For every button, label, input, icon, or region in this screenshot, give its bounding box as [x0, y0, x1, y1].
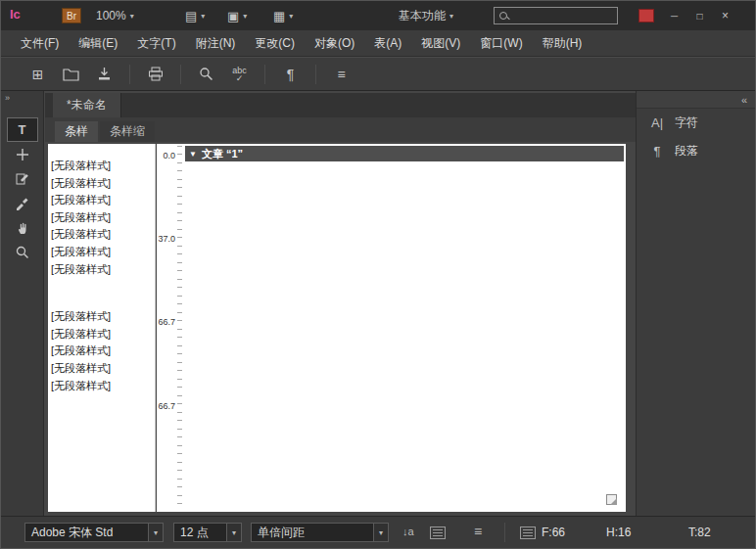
- leading-dropdown[interactable]: 单倍间距 ▾: [251, 523, 389, 542]
- note-tool[interactable]: [8, 167, 37, 190]
- line-count-icon: [520, 526, 536, 539]
- menu-edit[interactable]: 编辑(E): [69, 30, 127, 57]
- arrange-documents-icon: ▦: [273, 9, 285, 23]
- style-row[interactable]: [无段落样式]: [48, 244, 155, 261]
- page-curl-icon: [606, 494, 617, 505]
- style-row[interactable]: [无段落样式]: [48, 360, 155, 378]
- font-family-dropdown[interactable]: Adobe 宋体 Std ▾: [24, 523, 164, 542]
- menu-type[interactable]: 文字(T): [127, 30, 185, 57]
- view-options-dropdown[interactable]: ▤ ▾: [185, 1, 205, 30]
- type-tool[interactable]: T: [8, 118, 37, 141]
- menu-window[interactable]: 窗口(W): [470, 30, 532, 57]
- red-window-badge[interactable]: [638, 9, 654, 23]
- story-header[interactable]: ▼ 文章 “1”: [185, 146, 624, 161]
- panel-label: 段落: [675, 143, 698, 160]
- maximize-button[interactable]: □: [688, 8, 711, 23]
- leading-value: 单倍间距: [252, 525, 373, 541]
- story-title: 文章 “1”: [202, 147, 243, 161]
- style-row[interactable]: [无段落样式]: [48, 226, 155, 244]
- document-area: *未命名 条样 条样缩 [无段落样式] [无段落样式] [无段落样式] [无段落…: [45, 91, 638, 516]
- style-row[interactable]: [无段落样式]: [48, 308, 155, 326]
- screen-mode-dropdown[interactable]: ▣ ▾: [227, 1, 247, 30]
- style-row[interactable]: [无段落样式]: [48, 192, 155, 209]
- search-box[interactable]: [494, 7, 618, 24]
- grabber-tool[interactable]: [8, 143, 37, 165]
- chevron-down-icon: ▾: [130, 12, 134, 21]
- style-row[interactable]: [无段落样式]: [48, 175, 155, 193]
- menu-table[interactable]: 表(A): [364, 30, 411, 57]
- toolbar-separator: [315, 65, 316, 84]
- statusbar-separator: [504, 523, 505, 542]
- panel-label: 字符: [675, 114, 698, 131]
- galley-info-icon[interactable]: [430, 526, 446, 539]
- tools-panel: » T: [1, 91, 44, 516]
- toolbar-separator: [180, 65, 181, 84]
- style-row[interactable]: [无段落样式]: [48, 158, 155, 175]
- view-options-icon: ▤: [185, 9, 197, 23]
- statusbar-menu-icon[interactable]: ≡: [474, 524, 482, 539]
- text-direction-icon[interactable]: ↓a: [402, 526, 414, 537]
- find-button[interactable]: [195, 63, 217, 86]
- spell-check-button[interactable]: abc ✓: [228, 63, 251, 86]
- menubar: 文件(F) 编辑(E) 文字(T) 附注(N) 更改(C) 对象(O) 表(A)…: [1, 30, 755, 57]
- galley-view: [无段落样式] [无段落样式] [无段落样式] [无段落样式] [无段落样式] …: [48, 144, 626, 512]
- menu-view[interactable]: 视图(V): [411, 30, 470, 57]
- workspace-switcher[interactable]: 基本功能 ▾: [399, 1, 453, 30]
- toolbar-menu-button[interactable]: ≡: [330, 63, 353, 86]
- menu-changes[interactable]: 更改(C): [245, 30, 305, 57]
- bridge-button[interactable]: Br: [62, 8, 81, 23]
- show-hidden-characters-button[interactable]: ¶: [279, 63, 302, 86]
- save-button[interactable]: [93, 63, 116, 86]
- style-row[interactable]: [无段落样式]: [48, 343, 155, 360]
- ruler-mark: 37.0: [158, 234, 175, 244]
- zoom-level-dropdown[interactable]: 100% ▾: [96, 1, 134, 30]
- type-tool-icon: T: [19, 122, 26, 137]
- collapse-triangle-icon[interactable]: ▼: [189, 150, 197, 159]
- menu-notes[interactable]: 附注(N): [186, 30, 246, 57]
- style-row[interactable]: [无段落样式]: [48, 326, 155, 343]
- chevron-down-icon: ▾: [243, 12, 247, 21]
- print-button[interactable]: [144, 63, 166, 86]
- search-icon: [499, 12, 507, 20]
- minimize-button[interactable]: ─: [663, 8, 685, 23]
- style-row[interactable]: [无段落样式]: [48, 209, 155, 227]
- galley-panel-tabs: 条样 条样缩: [45, 117, 638, 142]
- font-size-dropdown[interactable]: 12 点 ▾: [173, 523, 242, 542]
- font-size-value: 12 点: [174, 525, 226, 541]
- counter-f: F:66: [542, 526, 565, 539]
- chevron-down-icon: ▾: [449, 12, 453, 21]
- menu-object[interactable]: 对象(O): [305, 30, 364, 57]
- collapse-panels-icon[interactable]: «: [741, 94, 747, 106]
- tab-styles[interactable]: 条样: [55, 121, 98, 142]
- note-icon: [15, 171, 29, 186]
- style-row[interactable]: [无段落样式]: [48, 378, 155, 395]
- new-document-button[interactable]: ⊞: [26, 63, 49, 86]
- document-tab-untitled[interactable]: *未命名: [53, 93, 121, 117]
- chevron-down-icon: ▾: [148, 524, 163, 541]
- expand-tools-icon[interactable]: »: [1, 91, 43, 105]
- style-row[interactable]: [无段落样式]: [48, 261, 155, 279]
- ruler-ticks: [177, 146, 182, 510]
- menu-help[interactable]: 帮助(H): [533, 30, 592, 57]
- tab-styles-2[interactable]: 条样缩: [100, 121, 155, 142]
- hand-icon: [16, 220, 29, 235]
- open-button[interactable]: [60, 63, 82, 86]
- incopy-logo: Ic: [10, 7, 31, 24]
- menu-file[interactable]: 文件(F): [11, 30, 69, 57]
- story-editor[interactable]: ▼ 文章 “1”: [183, 144, 626, 512]
- chevron-down-icon: ▾: [289, 12, 293, 21]
- folder-icon: [63, 68, 79, 81]
- hand-tool[interactable]: [8, 216, 37, 239]
- arrange-documents-dropdown[interactable]: ▦ ▾: [273, 1, 293, 30]
- panel-item-character[interactable]: A| 字符: [637, 109, 755, 137]
- depth-ruler: 0.0 37.0 66.7 66.7: [157, 144, 183, 512]
- statusbar: Adobe 宋体 Std ▾ 12 点 ▾ 单倍间距 ▾ ↓a ≡ F:66 H…: [1, 516, 755, 548]
- zoom-tool[interactable]: [8, 241, 37, 263]
- close-button[interactable]: ×: [714, 8, 736, 23]
- zoom-level-value: 100%: [96, 9, 126, 23]
- panel-item-paragraph[interactable]: ¶ 段落: [637, 137, 755, 165]
- counter-h: H:16: [606, 526, 631, 539]
- search-input[interactable]: [512, 10, 612, 22]
- eyedropper-tool[interactable]: [8, 192, 37, 214]
- eyedropper-icon: [15, 196, 29, 210]
